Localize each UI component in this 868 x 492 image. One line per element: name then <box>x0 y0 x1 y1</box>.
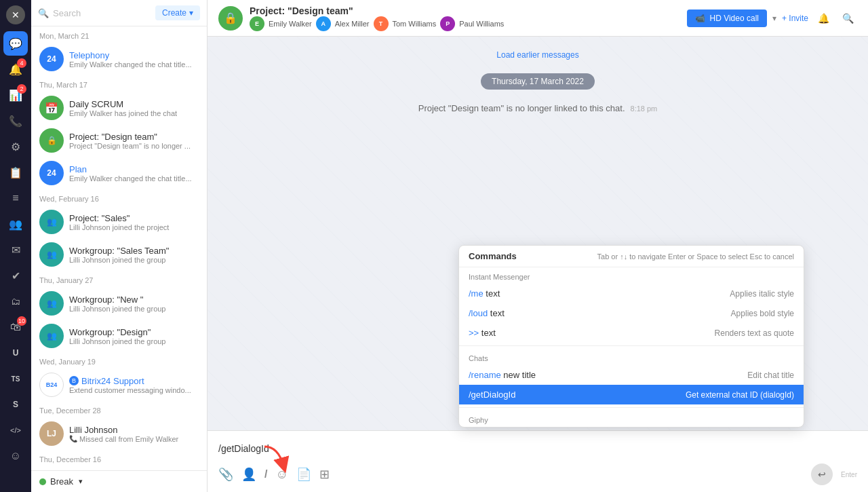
break-bar[interactable]: Break ▾ <box>31 470 207 492</box>
more-tools-icon: ⊞ <box>319 467 330 482</box>
date-badge: Thursday, 17 March 2022 <box>481 73 595 90</box>
chat-preview: Emily Walker changed the chat title... <box>69 174 199 183</box>
avatar: LJ <box>39 421 64 446</box>
list-item[interactable]: 24 Telephony Emily Walker changed the ch… <box>31 43 207 75</box>
command-getdialogid[interactable]: /getDialogId Get external chat ID (dialo… <box>459 385 804 404</box>
notification-icon: 🔔 <box>818 13 829 24</box>
list-item[interactable]: 24 Plan Emily Walker changed the chat ti… <box>31 157 207 189</box>
chat-name: Workgroup: "Sales Team" <box>69 246 199 256</box>
sidebar-icon-code[interactable]: </> <box>3 418 28 442</box>
invite-button[interactable]: + Invite <box>782 14 808 23</box>
enter-label: Enter <box>841 471 857 478</box>
notification-toggle-button[interactable]: 🔔 <box>814 9 833 28</box>
sidebar-icon-activity[interactable]: 📊 2 <box>3 83 28 107</box>
chat-title: Project: "Design team" <box>250 5 504 16</box>
chat-members: E Emily Walker A Alex Miller T Tom Willi… <box>250 16 504 31</box>
chat-preview: Lilli Johnson joined the group <box>69 305 199 313</box>
command-quote[interactable]: >> text Renders text as quote <box>459 323 804 343</box>
date-separator-jan27: Thu, January 27 <box>31 271 207 287</box>
chat-preview: Extend customer messaging windo... <box>69 386 199 394</box>
document-button[interactable]: 📄 <box>296 467 311 482</box>
mention-button[interactable]: 👤 <box>241 467 256 482</box>
sidebar-icon-settings[interactable]: ⚙ <box>3 134 28 159</box>
load-earlier-button[interactable]: Load earlier messages <box>496 50 578 60</box>
list-item[interactable]: 👥 Project: "Sales" Lilli Johnson joined … <box>31 206 207 238</box>
main-chat: 🔒 Project: "Design team" E Emily Walker … <box>208 0 868 492</box>
sidebar-icon-drive[interactable]: 🗂 <box>3 289 28 314</box>
chat-info: Daily SCRUM Emily Walker has joined the … <box>69 99 199 117</box>
sidebar-icon-crm[interactable]: ≡ <box>3 186 28 210</box>
invite-label: + Invite <box>782 14 808 23</box>
command-loud[interactable]: /loud text Applies bold style <box>459 303 804 323</box>
command-rename[interactable]: /rename new title Edit chat title <box>459 365 804 385</box>
send-button[interactable]: ↩ <box>811 463 833 485</box>
slash-command-button[interactable]: / <box>264 468 267 480</box>
commands-section-giphy: Giphy <box>459 411 804 427</box>
commands-divider2 <box>459 407 804 408</box>
sidebar-icon-user[interactable]: U <box>3 341 28 365</box>
contacts-icon: 👥 <box>9 218 22 231</box>
activity-badge: 2 <box>17 84 26 94</box>
list-item[interactable]: B24 B Bitrix24 Support Extend customer m… <box>31 368 207 401</box>
sidebar-icon-phone[interactable]: 📞 <box>3 109 28 133</box>
document-icon: 📄 <box>296 467 311 482</box>
chat-name: Workgroup: "New " <box>69 295 199 305</box>
close-button[interactable]: ✕ <box>6 5 25 24</box>
tasks-icon: ✔ <box>12 269 20 282</box>
chat-preview: Emily Walker has joined the chat <box>69 109 199 117</box>
sidebar-icon-mail[interactable]: ✉ <box>3 238 28 262</box>
sidebar-icon-shop[interactable]: 🛍 10 <box>3 315 28 339</box>
s-label: S <box>13 400 18 409</box>
chat-list-header: 🔍 Search Create ▾ <box>31 0 207 26</box>
chat-header-left: 🔒 Project: "Design team" E Emily Walker … <box>218 5 504 31</box>
chat-header-right: 📹 HD Video call ▾ + Invite 🔔 🔍 <box>687 9 857 28</box>
chat-header: 🔒 Project: "Design team" E Emily Walker … <box>208 0 868 37</box>
notifications-badge: 4 <box>17 58 26 68</box>
chat-info: Workgroup: "New " Lilli Johnson joined t… <box>69 295 199 313</box>
search-icon: 🔍 <box>38 8 49 18</box>
emoji-button[interactable]: ☺ <box>275 468 288 482</box>
avatar: 24 <box>39 161 64 185</box>
search-box[interactable]: 🔍 Search <box>38 8 151 18</box>
command-quote-text: >> text <box>469 328 496 338</box>
command-me-desc: Applies italic style <box>730 289 794 299</box>
list-item[interactable]: LJ Lilli Johnson 📞 Missed call from Emil… <box>31 417 207 450</box>
create-chevron-icon: ▾ <box>189 8 193 18</box>
more-tools-button[interactable]: ⊞ <box>319 467 330 482</box>
list-item[interactable]: 🔒 Project: "Design team" Project "Design… <box>31 124 207 157</box>
member-avatar-paul: P <box>440 16 455 31</box>
date-separator-march17: Thu, March 17 <box>31 75 207 92</box>
chat-search-button[interactable]: 🔍 <box>838 9 857 28</box>
sidebar-icon-contacts[interactable]: 👥 <box>3 212 28 236</box>
sidebar-icon-chat[interactable]: 💬 <box>3 31 28 56</box>
create-button[interactable]: Create ▾ <box>155 5 200 20</box>
sidebar-icon-smile[interactable]: ☺ <box>3 444 28 468</box>
sidebar-icon-tasks[interactable]: ✔ <box>3 263 28 288</box>
attach-button[interactable]: 📎 <box>218 467 233 482</box>
list-item[interactable]: 👥 Workgroup: "New " Lilli Johnson joined… <box>31 287 207 320</box>
list-item[interactable]: 📅 Daily SCRUM Emily Walker has joined th… <box>31 92 207 124</box>
list-item[interactable]: 👥 Workgroup: "Design" Lilli Johnson join… <box>31 320 207 352</box>
chat-name: Daily SCRUM <box>69 99 199 109</box>
phone-icon: 📞 <box>9 115 22 128</box>
sidebar-icon-feed[interactable]: 📋 <box>3 160 28 185</box>
sidebar-icon-ts[interactable]: TS <box>3 366 28 391</box>
shop-badge: 10 <box>17 316 26 326</box>
command-getdialogid-text: /getDialogId <box>469 390 515 400</box>
commands-section-instant-messenger: Instant Messenger <box>459 267 804 284</box>
chat-preview: Lilli Johnson joined the group <box>69 256 199 264</box>
command-me-text: /me text <box>469 288 500 299</box>
send-icon: ↩ <box>818 469 826 480</box>
video-icon: 📹 <box>695 14 705 23</box>
avatar: 👥 <box>39 324 64 348</box>
missed-call-icon: 📞 <box>69 435 77 442</box>
video-call-button[interactable]: 📹 HD Video call <box>687 10 766 27</box>
sidebar-icon-s[interactable]: S <box>3 392 28 417</box>
mail-icon: ✉ <box>12 244 20 257</box>
message-input[interactable] <box>218 438 857 459</box>
command-me[interactable]: /me text Applies italic style <box>459 284 804 303</box>
code-icon: </> <box>10 426 21 434</box>
list-item[interactable]: 👥 Workgroup: "Sales Team" Lilli Johnson … <box>31 238 207 271</box>
chat-icon: 💬 <box>9 37 22 50</box>
sidebar-icon-notifications[interactable]: 🔔 4 <box>3 57 28 81</box>
